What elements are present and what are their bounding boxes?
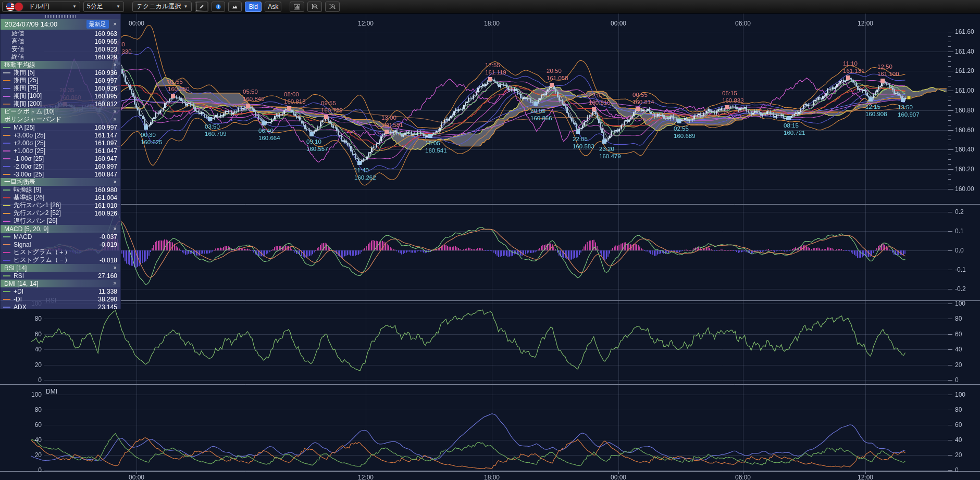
volume-button[interactable] (290, 2, 304, 12)
close-icon[interactable]: × (112, 117, 118, 122)
pivot-time-label: 03:50 (205, 123, 220, 130)
panel-row-label: +1.00σ [25] (14, 147, 95, 155)
bid-button[interactable]: Bid (245, 2, 262, 12)
mountain-chart-icon (232, 4, 238, 10)
panel-row: 始値160.963 (1, 30, 120, 37)
panel-row-label: -2.00σ [25] (14, 163, 95, 170)
pivot-price-label: 160.729 (321, 107, 343, 113)
bottom-marker (309, 132, 314, 136)
panel-row: -DI38.290 (1, 295, 120, 303)
indicator-legend-panel[interactable]: 2024/07/09 14:00最新足×始値160.963高値160.965安値… (0, 14, 121, 309)
price-axis-label: 160.40 (955, 146, 974, 153)
panel-row: Signal-0.019 (1, 241, 120, 248)
time-axis-label-top: 06:00 (735, 20, 751, 27)
pivot-time-label: 23:20 (599, 146, 614, 152)
pivot-time-label: 12:50 (877, 64, 892, 70)
panel-row-label: MA [25] (14, 124, 95, 131)
chart-canvas[interactable] (0, 14, 980, 480)
timeframe-label: 5分足 (87, 2, 113, 11)
pivot-price-label: 160.907 (898, 111, 920, 118)
close-icon[interactable]: × (112, 21, 118, 27)
zoom-out-icon (312, 3, 318, 10)
trading-app: ドル/円 ▼ 5分足 ▼ テクニカル選択 ▼ Bid Ask (0, 0, 980, 480)
zoom-out-button[interactable] (307, 2, 322, 12)
panel-row: 先行スパン2 [52]160.926 (1, 209, 120, 217)
pivot-price-label: 160.583 (573, 143, 594, 149)
pair-label: ドル/円 (29, 2, 69, 11)
panel-row-value: 160.936 (95, 69, 117, 77)
bottom-marker (534, 102, 538, 106)
close-icon[interactable]: × (112, 179, 118, 185)
pivot-time-label: 00:55 (632, 92, 648, 98)
pivot-price-label: 160.689 (674, 133, 696, 139)
peak-marker (725, 105, 729, 109)
time-axis-label-top: 12:00 (858, 20, 873, 27)
panel-row-value: -0.019 (100, 241, 117, 248)
series-color-swatch (3, 96, 10, 97)
series-color-swatch (3, 197, 10, 198)
pivot-price-label: 160.810 (589, 99, 611, 106)
bottom-marker (901, 98, 905, 102)
close-icon[interactable]: × (112, 62, 118, 68)
panel-row-value: 160.947 (95, 155, 117, 162)
pivot-price-label: 160.814 (632, 99, 654, 105)
panel-row: -3.00σ [25]160.847 (1, 170, 120, 178)
ask-label: Ask (268, 3, 278, 10)
pivot-price-label: 160.581 (381, 122, 403, 128)
chart-style-button[interactable] (228, 2, 242, 12)
pivot-time-label: 20:05 (530, 108, 545, 114)
pivot-time-label: 20:50 (547, 68, 562, 74)
dmi-axis-label: 20 (955, 451, 962, 459)
panel-section-header: ボリンジャーバンド× (1, 116, 120, 123)
series-color-swatch (3, 236, 10, 237)
chart-area[interactable]: 161.60161.40161.20161.00160.80160.60160.… (0, 14, 980, 480)
time-axis-label-bottom: 00:00 (611, 474, 626, 480)
info-icon (216, 3, 221, 10)
bottom-marker (576, 130, 580, 134)
panel-row-value: 160.965 (95, 38, 117, 45)
panel-row: -1.00σ [25]160.947 (1, 155, 120, 162)
pivot-price-label: 160.721 (784, 130, 805, 136)
panel-row-value: 38.290 (98, 296, 117, 303)
technical-select-button[interactable]: テクニカル選択 ▼ (132, 2, 192, 12)
panel-row: +DI11.338 (1, 287, 120, 295)
series-color-swatch (3, 260, 10, 261)
panel-row-label: +3.00σ [25] (14, 132, 95, 139)
panel-row-value: 160.895 (95, 93, 117, 100)
panel-row-value: 27.160 (98, 272, 117, 280)
ask-button[interactable]: Ask (265, 2, 281, 12)
panel-drag-handle[interactable] (45, 15, 77, 18)
close-icon[interactable]: × (112, 226, 118, 232)
price-axis-label: 160.60 (955, 127, 974, 134)
timeframe-select[interactable]: 5分足 ▼ (83, 2, 124, 12)
info-button[interactable] (212, 2, 225, 12)
panel-row-label: -DI (14, 296, 98, 303)
series-color-swatch (3, 190, 10, 191)
latest-bar-button[interactable]: 最新足 (86, 20, 109, 29)
panel-row-label: -1.00σ [25] (14, 155, 95, 162)
pivot-time-label: 09:55 (321, 100, 336, 106)
time-axis-label-bottom: 18:00 (484, 474, 500, 480)
pair-select[interactable]: ドル/円 ▼ (2, 2, 80, 12)
price-axis-label: 161.00 (955, 87, 974, 94)
panel-row-value: -0.037 (100, 233, 117, 241)
series-color-swatch (3, 166, 10, 167)
bottom-marker (869, 97, 873, 102)
time-axis-label-top: 00:00 (611, 20, 626, 27)
peak-marker (880, 79, 885, 83)
pivot-price-label: 160.541 (425, 147, 447, 154)
rsi-axis-label: 60 (955, 331, 962, 338)
panel-date: 2024/07/09 14:00 (5, 20, 86, 28)
panel-row-label: RSI (14, 272, 98, 280)
zoom-in-button[interactable] (325, 2, 340, 12)
pivot-time-label: 11:40 (354, 167, 369, 173)
draw-tool-button[interactable] (195, 2, 208, 12)
panel-section-header: 一目均衡表× (1, 178, 120, 186)
close-icon[interactable]: × (112, 265, 118, 271)
close-icon[interactable]: × (112, 281, 118, 286)
panel-section-header: 移動平均線× (1, 61, 120, 69)
pivot-price-label: 160.833 (722, 97, 744, 104)
pivot-price-label: 161.100 (877, 71, 899, 77)
panel-body: 2024/07/09 14:00最新足×始値160.963高値160.965安値… (1, 19, 120, 311)
close-icon[interactable]: × (112, 109, 118, 115)
